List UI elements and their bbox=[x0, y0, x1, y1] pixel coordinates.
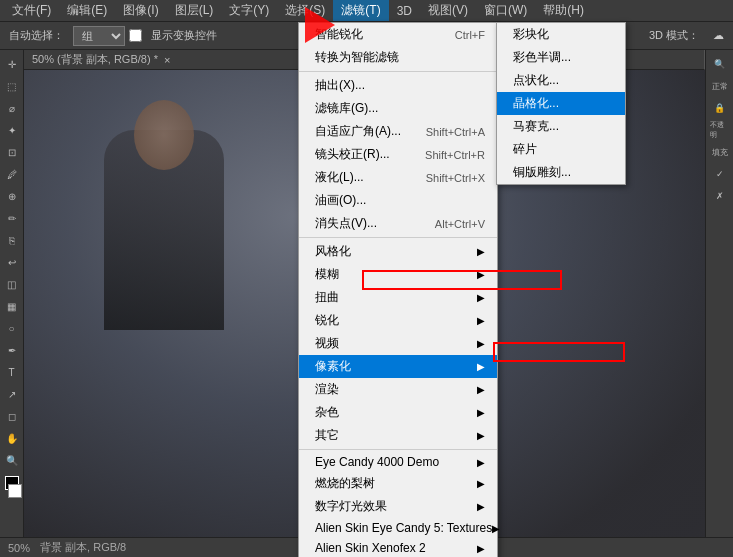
pixelate-label-copper-engrave: 铜版雕刻... bbox=[513, 164, 571, 181]
pixelate-menu-item-color-halftone[interactable]: 彩色半调... bbox=[497, 46, 625, 69]
filter-menu-label-eye-candy-4000: Eye Candy 4000 Demo bbox=[315, 455, 439, 469]
lasso-tool[interactable]: ⌀ bbox=[2, 98, 22, 118]
confirm-btn[interactable]: ✓ bbox=[710, 164, 730, 184]
lock-icon[interactable]: 🔒 bbox=[710, 98, 730, 118]
crop-tool[interactable]: ⊡ bbox=[2, 142, 22, 162]
filter-menu-label-digital-light: 数字灯光效果 bbox=[315, 498, 387, 515]
heal-tool[interactable]: ⊕ bbox=[2, 186, 22, 206]
show-transform-checkbox[interactable] bbox=[129, 29, 142, 42]
pixelate-menu-item-pointillize[interactable]: 点状化... bbox=[497, 69, 625, 92]
filter-menu-item-eye-candy-4000[interactable]: Eye Candy 4000 Demo▶ bbox=[299, 452, 497, 472]
menu-edit[interactable]: 编辑(E) bbox=[59, 0, 115, 21]
path-select-tool[interactable]: ↗ bbox=[2, 384, 22, 404]
select-tool[interactable]: ⬚ bbox=[2, 76, 22, 96]
menu-window[interactable]: 窗口(W) bbox=[476, 0, 535, 21]
gradient-tool[interactable]: ▦ bbox=[2, 296, 22, 316]
canvas-close[interactable]: × bbox=[164, 54, 170, 66]
move-tool[interactable]: ✛ bbox=[2, 54, 22, 74]
filter-menu-item-other[interactable]: 其它▶ bbox=[299, 424, 497, 447]
pixelate-menu-item-crystallize[interactable]: 晶格化... bbox=[497, 92, 625, 115]
filter-menu-item-blur[interactable]: 模糊▶ bbox=[299, 263, 497, 286]
filter-arrow-noise: ▶ bbox=[477, 407, 485, 418]
filter-menu-item-smart-sharpen[interactable]: 智能锐化Ctrl+F bbox=[299, 23, 497, 46]
filter-menu-item-render[interactable]: 渲染▶ bbox=[299, 378, 497, 401]
menu-text[interactable]: 文字(Y) bbox=[221, 0, 277, 21]
pixelate-menu-item-color-block[interactable]: 彩块化 bbox=[497, 23, 625, 46]
filter-menu-item-lens-correct[interactable]: 镜头校正(R)...Shift+Ctrl+R bbox=[299, 143, 497, 166]
menu-filter[interactable]: 滤镜(T) bbox=[333, 0, 388, 21]
hand-tool[interactable]: ✋ bbox=[2, 428, 22, 448]
filter-arrow-render: ▶ bbox=[477, 384, 485, 395]
menu-help[interactable]: 帮助(H) bbox=[535, 0, 592, 21]
bg-color[interactable] bbox=[8, 484, 22, 498]
filter-menu-item-distort[interactable]: 扭曲▶ bbox=[299, 286, 497, 309]
menu-select[interactable]: 选择(S) bbox=[277, 0, 333, 21]
pixelate-menu-item-copper-engrave[interactable]: 铜版雕刻... bbox=[497, 161, 625, 184]
shape-tool[interactable]: ◻ bbox=[2, 406, 22, 426]
menu-separator bbox=[299, 237, 497, 238]
filter-dropdown: 智能锐化Ctrl+F转换为智能滤镜抽出(X)...滤镜库(G)...自适应广角(… bbox=[298, 22, 498, 557]
filter-menu-item-noise[interactable]: 杂色▶ bbox=[299, 401, 497, 424]
filter-menu-label-filter-gallery: 滤镜库(G)... bbox=[315, 100, 378, 117]
filter-menu-label-render: 渲染 bbox=[315, 381, 339, 398]
filter-menu-item-alien-skin-textures[interactable]: Alien Skin Eye Candy 5: Textures▶ bbox=[299, 518, 497, 538]
filter-menu-item-digital-light[interactable]: 数字灯光效果▶ bbox=[299, 495, 497, 518]
filter-menu-item-filter-gallery[interactable]: 滤镜库(G)... bbox=[299, 97, 497, 120]
filter-menu-item-vanishing-point[interactable]: 消失点(V)...Alt+Ctrl+V bbox=[299, 212, 497, 235]
opacity-btn[interactable]: 不透明 bbox=[710, 120, 730, 140]
filter-menu-item-pixelate[interactable]: 像素化▶ bbox=[299, 355, 497, 378]
auto-select-label: 自动选择： bbox=[4, 26, 69, 45]
auto-select-dropdown[interactable]: 组 图层 bbox=[73, 26, 125, 46]
filter-menu-item-burning-pear[interactable]: 燃烧的梨树▶ bbox=[299, 472, 497, 495]
pixelate-label-crystallize: 晶格化... bbox=[513, 95, 559, 112]
menu-image[interactable]: 图像(I) bbox=[115, 0, 166, 21]
pen-tool[interactable]: ✒ bbox=[2, 340, 22, 360]
text-tool[interactable]: T bbox=[2, 362, 22, 382]
filter-menu-label-lens-correct: 镜头校正(R)... bbox=[315, 146, 390, 163]
menu-view[interactable]: 视图(V) bbox=[420, 0, 476, 21]
history-tool[interactable]: ↩ bbox=[2, 252, 22, 272]
dodge-tool[interactable]: ○ bbox=[2, 318, 22, 338]
filter-menu-label-other: 其它 bbox=[315, 427, 339, 444]
filter-menu-label-pixelate: 像素化 bbox=[315, 358, 351, 375]
search-icon[interactable]: 🔍 bbox=[710, 54, 730, 74]
zoom-tool[interactable]: 🔍 bbox=[2, 450, 22, 470]
brush-tool[interactable]: ✏ bbox=[2, 208, 22, 228]
filter-menu-label-oil-paint: 油画(O)... bbox=[315, 192, 366, 209]
filter-shortcut-liquify: Shift+Ctrl+X bbox=[426, 172, 485, 184]
mode-3d-icon: ☁ bbox=[708, 27, 729, 44]
pixelate-menu-item-fragment[interactable]: 碎片 bbox=[497, 138, 625, 161]
pixelate-menu-item-mosaic[interactable]: 马赛克... bbox=[497, 115, 625, 138]
show-transform-label: 显示变换控件 bbox=[146, 26, 222, 45]
cancel-right-btn[interactable]: ✗ bbox=[710, 186, 730, 206]
filter-menu-label-stylize: 风格化 bbox=[315, 243, 351, 260]
menu-file[interactable]: 文件(F) bbox=[4, 0, 59, 21]
filter-menu-item-oil-paint[interactable]: 油画(O)... bbox=[299, 189, 497, 212]
filter-menu-label-burning-pear: 燃烧的梨树 bbox=[315, 475, 375, 492]
eraser-tool[interactable]: ◫ bbox=[2, 274, 22, 294]
filter-menu-item-stylize[interactable]: 风格化▶ bbox=[299, 240, 497, 263]
pixelate-label-color-block: 彩块化 bbox=[513, 26, 549, 43]
clone-tool[interactable]: ⎘ bbox=[2, 230, 22, 250]
normal-btn[interactable]: 正常 bbox=[710, 76, 730, 96]
filter-menu-item-sharpen[interactable]: 锐化▶ bbox=[299, 309, 497, 332]
filter-arrow-eye-candy-4000: ▶ bbox=[477, 457, 485, 468]
filter-menu-item-video[interactable]: 视频▶ bbox=[299, 332, 497, 355]
filter-menu-label-blur: 模糊 bbox=[315, 266, 339, 283]
menu-layer[interactable]: 图层(L) bbox=[167, 0, 222, 21]
menu-separator bbox=[299, 71, 497, 72]
filter-menu-item-liquify[interactable]: 液化(L)...Shift+Ctrl+X bbox=[299, 166, 497, 189]
filter-menu-label-smart-sharpen: 智能锐化 bbox=[315, 26, 363, 43]
filter-menu-item-extract[interactable]: 抽出(X)... bbox=[299, 74, 497, 97]
filter-menu-item-alien-skin-xenofex[interactable]: Alien Skin Xenofex 2▶ bbox=[299, 538, 497, 557]
filter-arrow-blur: ▶ bbox=[477, 269, 485, 280]
filter-menu-label-vanishing-point: 消失点(V)... bbox=[315, 215, 377, 232]
eyedropper-tool[interactable]: 🖉 bbox=[2, 164, 22, 184]
filter-menu-label-extract: 抽出(X)... bbox=[315, 77, 365, 94]
filter-arrow-sharpen: ▶ bbox=[477, 315, 485, 326]
magic-wand-tool[interactable]: ✦ bbox=[2, 120, 22, 140]
filter-menu-item-adaptive-wide[interactable]: 自适应广角(A)...Shift+Ctrl+A bbox=[299, 120, 497, 143]
menu-3d[interactable]: 3D bbox=[389, 2, 420, 20]
filter-menu-item-convert-smart[interactable]: 转换为智能滤镜 bbox=[299, 46, 497, 69]
fill-btn[interactable]: 填充 bbox=[710, 142, 730, 162]
